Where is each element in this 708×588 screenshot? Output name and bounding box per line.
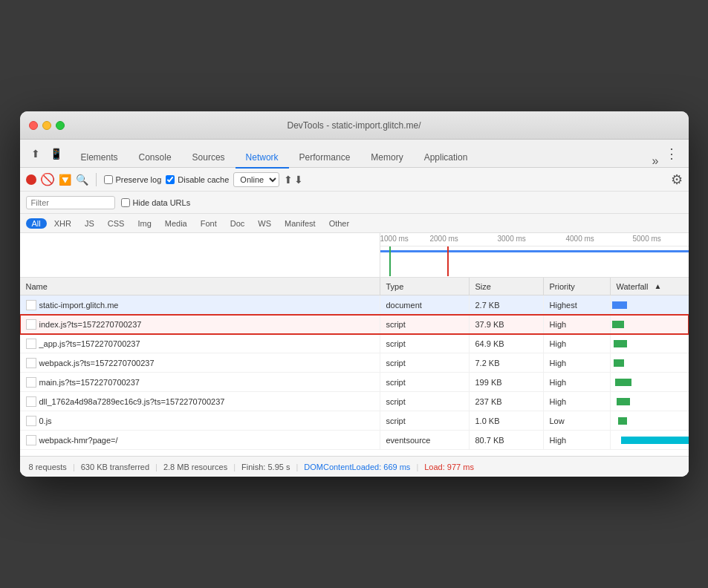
maximize-button[interactable] <box>56 121 65 130</box>
load-time: Load: 977 ms <box>424 463 474 471</box>
filter-font-button[interactable]: Font <box>195 218 223 229</box>
disable-cache-text: Disable cache <box>178 175 229 184</box>
waterfall-bar-6 <box>618 417 627 425</box>
sep-1: | <box>73 463 75 471</box>
row-size-4: 199 KB <box>470 373 544 392</box>
transferred-size: 630 KB transferred <box>81 463 149 471</box>
row-size-7: 80.7 KB <box>470 431 544 450</box>
waterfall-bar-3 <box>614 359 624 367</box>
filter-media-button[interactable]: Media <box>159 218 193 229</box>
table-row[interactable]: webpack-hmr?page=/ eventsource 80.7 KB H… <box>20 431 689 450</box>
filter-input[interactable] <box>26 196 115 209</box>
resources-size: 2.8 MB resources <box>163 463 227 471</box>
row-size-2: 64.9 KB <box>470 334 544 353</box>
filter-all-button[interactable]: All <box>26 218 47 229</box>
ruler-mark-1000: 1000 ms <box>380 235 409 243</box>
row-priority-1: High <box>544 315 611 334</box>
filter-js-button[interactable]: JS <box>79 218 100 229</box>
traffic-lights <box>29 121 65 130</box>
row-name-2: _app.js?ts=1572270700237 <box>20 334 380 353</box>
table-row[interactable]: dll_1762a4d98a7289ec16c9.js?ts=157227070… <box>20 392 689 411</box>
filter-other-button[interactable]: Other <box>323 218 356 229</box>
kebab-menu-button[interactable]: ⋮ <box>660 146 683 162</box>
hide-data-urls-text: Hide data URLs <box>133 198 191 207</box>
tab-elements[interactable]: Elements <box>71 148 129 169</box>
disable-cache-checkbox[interactable] <box>166 175 175 184</box>
settings-icon[interactable]: ⚙ <box>671 172 683 188</box>
preserve-log-label[interactable]: Preserve log <box>104 175 162 184</box>
requests-table: Name Type Size Priority Waterfall ▲ <box>20 278 689 456</box>
cursor-icon: ⬆ <box>31 148 40 160</box>
devtools-window: DevTools - static-import.glitch.me/ ⬆ 📱 … <box>20 111 689 477</box>
row-waterfall-0 <box>611 295 689 315</box>
upload-icon[interactable]: ⬆ <box>284 174 293 186</box>
timeline-ruler: 1000 ms 2000 ms 3000 ms 4000 ms 5000 ms … <box>20 233 689 278</box>
stop-recording-button[interactable]: 🚫 <box>41 173 54 186</box>
hide-data-urls-checkbox[interactable] <box>121 198 130 207</box>
tab-sources[interactable]: Sources <box>182 148 236 169</box>
filter-xhr-button[interactable]: XHR <box>48 218 77 229</box>
request-count: 8 requests <box>29 463 67 471</box>
cursor-icon-button[interactable]: ⬆ <box>26 144 45 163</box>
file-icon-6 <box>26 416 36 426</box>
throttle-select[interactable]: Online <box>233 172 279 187</box>
table-row[interactable]: webpack.js?ts=1572270700237 script 7.2 K… <box>20 353 689 373</box>
close-button[interactable] <box>29 121 38 130</box>
dom-content-loaded: DOMContentLoaded: 669 ms <box>304 463 410 471</box>
minimize-button[interactable] <box>42 121 51 130</box>
waterfall-bar-4 <box>615 379 631 386</box>
tab-network[interactable]: Network <box>236 148 289 169</box>
devtools-body: ⬆ 📱 Elements Console Sources Network Per… <box>20 140 689 477</box>
sep-3: | <box>233 463 236 471</box>
search-button[interactable]: 🔍 <box>76 174 88 186</box>
row-name-5: dll_1762a4d98a7289ec16c9.js?ts=157227070… <box>20 392 380 411</box>
row-size-5: 237 KB <box>470 392 544 411</box>
table-row[interactable]: static-import.glitch.me document 2.7 KB … <box>20 295 689 315</box>
waterfall-bar-0 <box>612 301 627 309</box>
ruler-mark-5000: 5000 ms <box>633 235 661 243</box>
tab-performance[interactable]: Performance <box>289 148 361 169</box>
waterfall-bar-2 <box>614 340 627 347</box>
row-waterfall-7 <box>611 431 689 450</box>
preserve-log-checkbox[interactable] <box>104 175 113 184</box>
disable-cache-label[interactable]: Disable cache <box>166 175 229 184</box>
titlebar: DevTools - static-import.glitch.me/ <box>20 111 689 140</box>
col-name-header: Name <box>20 278 380 295</box>
tab-console[interactable]: Console <box>129 148 182 169</box>
download-icon[interactable]: ⬇ <box>294 174 303 186</box>
col-waterfall-header: Waterfall ▲ <box>611 278 689 295</box>
timeline-red-line <box>447 246 449 276</box>
row-waterfall-3 <box>611 353 689 373</box>
table-row[interactable]: 0.js script 1.0 KB Low <box>20 411 689 431</box>
filter-img-button[interactable]: Img <box>131 218 157 229</box>
ruler-left-spacer <box>20 233 380 277</box>
table-row[interactable]: index.js?ts=1572270700237 script 37.9 KB… <box>20 315 689 334</box>
hide-data-urls-label[interactable]: Hide data URLs <box>121 198 191 207</box>
sep-4: | <box>296 463 298 471</box>
table-row[interactable]: _app.js?ts=1572270700237 script 64.9 KB … <box>20 334 689 353</box>
timeline-bars <box>380 246 689 276</box>
tab-memory[interactable]: Memory <box>360 148 413 169</box>
more-tabs-button[interactable]: » <box>652 154 659 168</box>
filter-icon: 🔽 <box>59 174 71 186</box>
file-icon-5 <box>26 396 36 407</box>
row-type-0: document <box>380 295 470 315</box>
device-icon: 📱 <box>50 148 62 160</box>
file-icon-2 <box>26 339 36 349</box>
row-size-3: 7.2 KB <box>470 353 544 373</box>
filter-doc-button[interactable]: Doc <box>224 218 251 229</box>
filter-bar: Hide data URLs <box>20 192 689 214</box>
device-toggle-button[interactable]: 📱 <box>47 144 66 163</box>
row-priority-0: Highest <box>544 295 611 315</box>
tab-application[interactable]: Application <box>414 148 478 169</box>
row-type-5: script <box>380 392 470 411</box>
col-priority-header: Priority <box>544 278 611 295</box>
row-type-6: script <box>380 411 470 431</box>
table-row[interactable]: main.js?ts=1572270700237 script 199 KB H… <box>20 373 689 392</box>
timeline-blue-bar <box>380 250 689 252</box>
row-name-3: webpack.js?ts=1572270700237 <box>20 353 380 373</box>
record-button[interactable] <box>26 174 36 185</box>
filter-manifest-button[interactable]: Manifest <box>279 218 322 229</box>
filter-css-button[interactable]: CSS <box>102 218 131 229</box>
filter-ws-button[interactable]: WS <box>252 218 277 229</box>
